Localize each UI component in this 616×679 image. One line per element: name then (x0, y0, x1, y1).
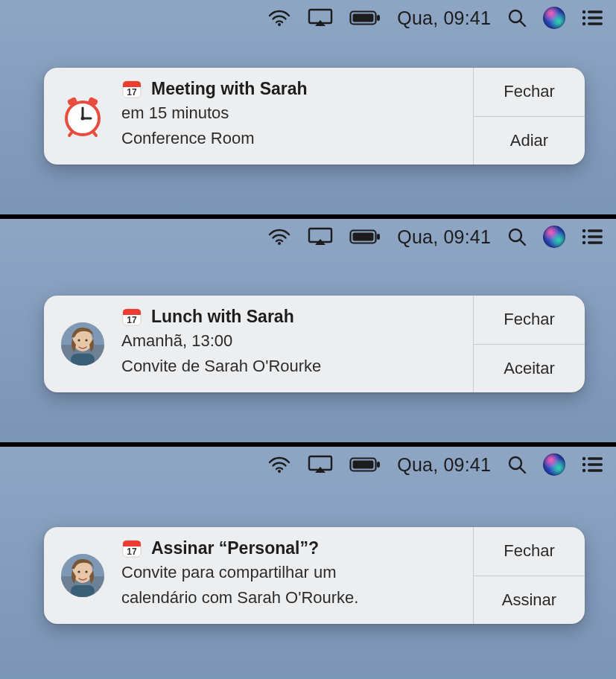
desktop-section-3: Qua, 09:41 (0, 447, 616, 679)
notification-body: 17 Lunch with Sarah Amanhã, 13:00 Convit… (121, 296, 473, 392)
svg-rect-28 (353, 233, 374, 241)
notification-title: Assinar “Personal”? (151, 538, 319, 558)
svg-rect-3 (353, 14, 374, 22)
siri-icon[interactable] (543, 453, 565, 476)
search-icon[interactable] (507, 8, 527, 28)
calendar-app-icon: 17 (121, 306, 142, 327)
desktop-section-2: Qua, 09:41 (0, 219, 616, 442)
notification-subtitle: Convite para compartilhar um (121, 561, 466, 584)
accept-button[interactable]: Aceitar (474, 344, 585, 393)
notification-body: 17 Assinar “Personal”? Convite para comp… (121, 527, 473, 624)
svg-line-31 (520, 240, 525, 245)
svg-point-36 (582, 241, 585, 244)
notification-subtitle: em 15 minutos (121, 102, 466, 124)
close-button[interactable]: Fechar (474, 68, 585, 116)
notification-actions: Fechar Adiar (473, 68, 585, 165)
svg-point-59 (582, 469, 585, 472)
menu-clock[interactable]: Qua, 09:41 (397, 226, 491, 248)
svg-point-25 (278, 242, 281, 245)
svg-point-32 (582, 229, 585, 232)
notification-leading-icon (44, 68, 121, 165)
svg-point-34 (582, 235, 585, 238)
calendar-app-icon: 17 (121, 538, 142, 558)
notification-leading-icon (44, 527, 121, 624)
airplay-icon[interactable] (308, 8, 333, 28)
search-icon[interactable] (507, 227, 527, 246)
siri-icon[interactable] (543, 226, 565, 248)
notification-card: 17 Lunch with Sarah Amanhã, 13:00 Convit… (44, 296, 585, 392)
svg-rect-58 (588, 463, 603, 465)
wifi-icon[interactable] (267, 9, 291, 27)
svg-point-66 (85, 570, 87, 573)
close-button[interactable]: Fechar (474, 527, 585, 576)
svg-rect-29 (377, 234, 380, 240)
notification-card: 17 Assinar “Personal”? Convite para comp… (44, 527, 585, 624)
svg-rect-37 (588, 241, 603, 243)
notification-card: 17 Meeting with Sarah em 15 minutos Conf… (44, 68, 585, 165)
svg-rect-4 (377, 15, 380, 21)
svg-text:17: 17 (127, 315, 137, 325)
battery-icon[interactable] (349, 229, 381, 244)
menu-bar: Qua, 09:41 (253, 219, 616, 255)
svg-rect-64 (71, 585, 95, 597)
alarm-clock-icon (60, 94, 105, 138)
notification-detail: Convite de Sarah O'Rourke (121, 355, 466, 377)
svg-point-0 (278, 23, 281, 26)
svg-rect-33 (588, 229, 603, 232)
svg-rect-52 (377, 462, 380, 468)
avatar (61, 554, 104, 597)
svg-point-9 (582, 16, 585, 19)
svg-rect-56 (588, 457, 603, 459)
notification-center-icon[interactable] (582, 10, 603, 26)
menu-clock[interactable]: Qua, 09:41 (397, 454, 491, 476)
svg-point-57 (582, 463, 585, 466)
svg-point-11 (582, 22, 585, 25)
svg-rect-12 (588, 22, 603, 25)
battery-icon[interactable] (349, 457, 381, 472)
svg-rect-41 (71, 354, 95, 366)
menu-bar: Qua, 09:41 (253, 0, 616, 36)
siri-icon[interactable] (543, 7, 565, 29)
svg-point-7 (582, 10, 585, 13)
menu-bar: Qua, 09:41 (253, 447, 616, 482)
svg-rect-8 (588, 10, 603, 13)
svg-rect-51 (353, 461, 374, 469)
close-button[interactable]: Fechar (474, 296, 585, 344)
search-icon[interactable] (507, 455, 527, 474)
notification-subtitle: Amanhã, 13:00 (121, 330, 466, 352)
svg-line-20 (93, 132, 96, 136)
svg-text:17: 17 (127, 546, 137, 557)
wifi-icon[interactable] (267, 456, 291, 474)
svg-rect-60 (588, 469, 603, 471)
airplay-icon[interactable] (308, 455, 333, 474)
menu-clock[interactable]: Qua, 09:41 (397, 7, 491, 29)
notification-detail: Conference Room (121, 127, 466, 150)
notification-center-icon[interactable] (582, 229, 603, 245)
airplay-icon[interactable] (308, 227, 333, 246)
subscribe-button[interactable]: Assinar (474, 576, 585, 625)
svg-rect-10 (588, 16, 603, 19)
desktop-section-1: Qua, 09:41 (0, 0, 616, 214)
notification-title: Lunch with Sarah (151, 307, 294, 327)
calendar-app-icon: 17 (121, 78, 142, 99)
avatar (61, 322, 104, 366)
svg-point-43 (85, 339, 87, 341)
svg-line-19 (69, 132, 72, 136)
svg-text:17: 17 (127, 87, 137, 98)
notification-leading-icon (44, 296, 121, 392)
notification-center-icon[interactable] (582, 456, 603, 473)
svg-point-48 (278, 470, 281, 473)
notification-title: Meeting with Sarah (151, 79, 308, 99)
svg-point-55 (582, 457, 585, 460)
notification-body: 17 Meeting with Sarah em 15 minutos Conf… (121, 68, 473, 165)
svg-line-54 (520, 468, 525, 473)
notification-actions: Fechar Aceitar (473, 296, 585, 392)
notification-detail: calendário com Sarah O'Rourke. (121, 587, 466, 609)
svg-rect-35 (588, 235, 603, 238)
snooze-button[interactable]: Adiar (474, 116, 585, 165)
wifi-icon[interactable] (267, 228, 291, 246)
battery-icon[interactable] (349, 10, 381, 25)
svg-point-18 (81, 117, 85, 121)
svg-point-42 (77, 339, 80, 341)
notification-actions: Fechar Assinar (473, 527, 585, 624)
